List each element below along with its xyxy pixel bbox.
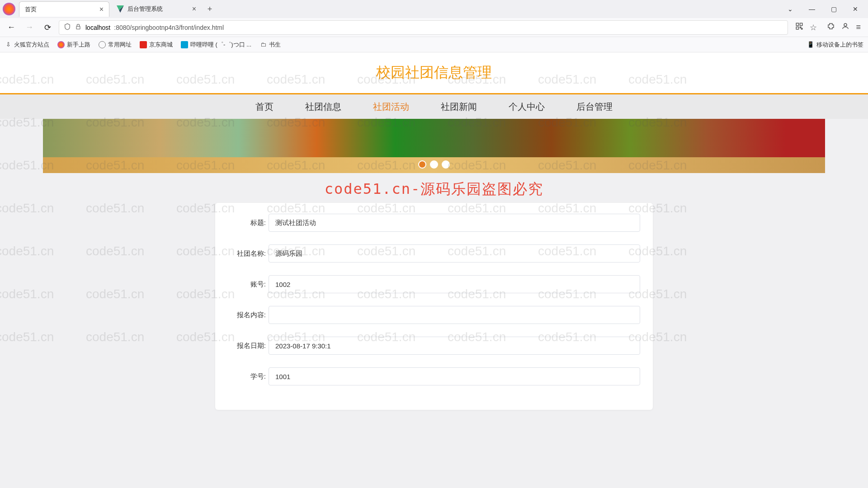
tab-label: 首页 <box>25 5 37 14</box>
site-title: 校园社团信息管理 <box>376 63 492 83</box>
qr-icon[interactable] <box>795 22 803 33</box>
nav-club-news[interactable]: 社团新闻 <box>441 101 477 113</box>
maximize-button[interactable]: ▢ <box>825 2 843 16</box>
url-input[interactable]: localhost:8080/springbootnp4n3/front/ind… <box>59 20 788 35</box>
lock-icon <box>75 23 82 32</box>
bookmark-bilibili[interactable]: 哔哩哔哩 (゜-゜)つ口 ... <box>181 41 251 49</box>
firefox-icon <box>3 3 15 15</box>
page-viewport[interactable]: 校园社团信息管理 首页 社团信息 社团活动 社团新闻 个人中心 后台管理 cod… <box>0 52 868 488</box>
form-row-signup-content: 报名内容: <box>215 300 653 330</box>
globe-icon <box>99 41 106 48</box>
address-bar: ← → ⟳ localhost:8080/springbootnp4n3/fro… <box>0 18 868 37</box>
label-signup-date: 报名日期: <box>228 342 269 350</box>
svg-rect-3 <box>797 27 799 29</box>
carousel-dots <box>418 160 450 169</box>
bookmark-label: 京东商城 <box>149 41 173 49</box>
mobile-icon: 📱 <box>807 41 814 48</box>
carousel-dot-3[interactable] <box>442 160 450 169</box>
bookmark-label: 书生 <box>269 41 281 49</box>
bookmark-label: 新手上路 <box>67 41 90 49</box>
bookmark-jd[interactable]: 京东商城 <box>140 41 173 49</box>
bookmark-star-icon[interactable]: ☆ <box>810 23 817 33</box>
nav-admin[interactable]: 后台管理 <box>576 101 613 113</box>
jd-icon <box>140 41 147 48</box>
firefox-icon <box>57 41 65 48</box>
bookmark-common-sites[interactable]: 常用网址 <box>99 41 132 49</box>
bilibili-icon <box>181 41 188 48</box>
tab-home[interactable]: 首页 × <box>19 1 109 17</box>
extension-icon[interactable] <box>827 22 835 33</box>
form-row-student-id: 学号: <box>215 361 653 392</box>
nav-club-info[interactable]: 社团信息 <box>305 101 341 113</box>
bookmark-firefox-official[interactable]: ⇩ 火狐官方站点 <box>5 41 49 49</box>
back-button[interactable]: ← <box>5 21 18 34</box>
menu-icon[interactable]: ≡ <box>856 23 861 32</box>
label-student-id: 学号: <box>228 372 269 381</box>
label-account: 账号: <box>228 280 269 289</box>
label-club-name: 社团名称: <box>228 249 269 258</box>
bookmark-folder-shusheng[interactable]: 🗀 书生 <box>259 41 281 49</box>
close-icon[interactable]: × <box>192 5 196 13</box>
new-tab-button[interactable]: + <box>203 3 216 15</box>
input-signup-content[interactable] <box>269 306 640 324</box>
svg-rect-1 <box>797 23 799 25</box>
bookmark-label: 常用网址 <box>108 41 132 49</box>
bookmark-label: 移动设备上的书签 <box>816 41 863 49</box>
bookmark-mobile[interactable]: 📱 移动设备上的书签 <box>807 41 863 49</box>
close-icon[interactable]: × <box>99 5 104 14</box>
form-row-title: 标题: <box>215 207 653 238</box>
close-button[interactable]: ✕ <box>846 2 864 16</box>
import-icon: ⇩ <box>5 41 12 48</box>
window-controls: ⌄ — ▢ ✕ <box>781 2 868 16</box>
bookmark-getting-started[interactable]: 新手上路 <box>57 41 90 49</box>
svg-rect-0 <box>76 26 80 29</box>
watermark-notice: code51.cn-源码乐园盗图必究 <box>0 173 868 203</box>
label-signup-content: 报名内容: <box>228 311 269 319</box>
vue-icon <box>117 5 124 13</box>
svg-point-4 <box>844 23 847 26</box>
nav-menu: 首页 社团信息 社团活动 社团新闻 个人中心 后台管理 <box>0 94 868 119</box>
bookmarks-bar: ⇩ 火狐官方站点 新手上路 常用网址 京东商城 哔哩哔哩 (゜-゜)つ口 ...… <box>0 37 868 52</box>
tab-admin[interactable]: 后台管理系统 × <box>111 1 202 17</box>
account-icon[interactable] <box>841 22 849 33</box>
banner-carousel <box>43 119 825 173</box>
svg-rect-2 <box>800 23 802 25</box>
form-row-signup-date: 报名日期: <box>215 330 653 361</box>
activity-form: 标题: 社团名称: 账号: 报名内容: 报名日期: 学号: <box>215 203 653 410</box>
form-row-account: 账号: <box>215 269 653 300</box>
label-title: 标题: <box>228 219 269 227</box>
folder-icon: 🗀 <box>259 41 267 48</box>
input-club-name[interactable] <box>269 244 640 263</box>
carousel-dot-1[interactable] <box>418 160 426 169</box>
reload-button[interactable]: ⟳ <box>41 21 54 34</box>
tab-strip: 首页 × 后台管理系统 × + ⌄ — ▢ ✕ <box>0 0 868 18</box>
url-host: localhost <box>85 24 110 31</box>
browser-chrome: 首页 × 后台管理系统 × + ⌄ — ▢ ✕ ← → ⟳ localhost:… <box>0 0 868 52</box>
nav-home[interactable]: 首页 <box>255 101 274 113</box>
form-row-club-name: 社团名称: <box>215 238 653 269</box>
url-path: :8080/springbootnp4n3/front/index.html <box>114 24 224 31</box>
forward-button[interactable]: → <box>23 21 36 34</box>
site-header: 校园社团信息管理 <box>0 52 868 93</box>
toolbar-actions: ≡ <box>824 22 863 33</box>
tab-label: 后台管理系统 <box>127 5 163 13</box>
minimize-button[interactable]: — <box>803 2 821 16</box>
shield-icon <box>64 23 71 32</box>
input-account[interactable] <box>269 275 640 293</box>
nav-club-activity[interactable]: 社团活动 <box>373 101 409 113</box>
carousel-dot-2[interactable] <box>430 160 438 169</box>
tab-list-button[interactable]: ⌄ <box>781 2 799 16</box>
bookmark-label: 火狐官方站点 <box>14 41 49 49</box>
bookmark-label: 哔哩哔哩 (゜-゜)つ口 ... <box>190 41 251 49</box>
input-title[interactable] <box>269 214 640 232</box>
addr-actions: ☆ <box>793 22 820 33</box>
input-signup-date[interactable] <box>269 337 640 355</box>
input-student-id[interactable] <box>269 367 640 385</box>
nav-user-center[interactable]: 个人中心 <box>509 101 545 113</box>
